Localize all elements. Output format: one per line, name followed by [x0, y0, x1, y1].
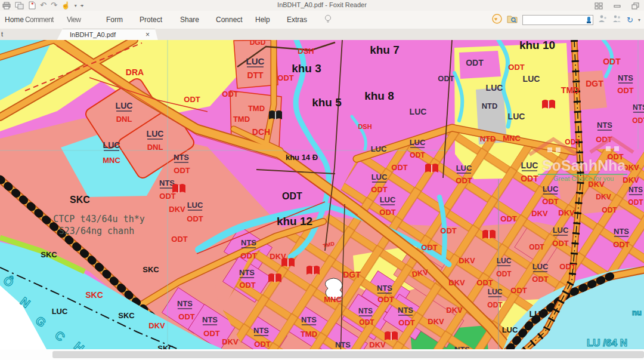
map-label: LUC [103, 140, 120, 150]
map-label: khu 8 [364, 90, 394, 102]
scrollbar-thumb[interactable] [52, 351, 644, 358]
map-label: LUC [523, 74, 540, 84]
pdf-page-view[interactable]: DGDDSHkhu 7khu 10LUCDTTkhu 3ODTODTODTDRA… [0, 40, 644, 350]
book-marker-black [269, 110, 282, 119]
map-label: ODT [542, 197, 559, 206]
map-label: ODT [476, 278, 493, 287]
zoning-map-canvas[interactable]: DGDDSHkhu 7khu 10LUCDTTkhu 3ODTODTODTDRA… [0, 40, 644, 350]
lightbulb-icon[interactable] [324, 14, 332, 26]
map-label: ODT [371, 185, 388, 194]
map-label: TMD [233, 115, 250, 124]
map-label: DSH [358, 123, 371, 130]
map-label: ODT [466, 58, 484, 67]
map-label: ODT [529, 243, 544, 251]
map-label: ODT [603, 57, 621, 66]
map-label: ODT [532, 275, 549, 284]
map-label: NTS [239, 268, 255, 277]
tab-partial-left[interactable]: t [1, 30, 3, 38]
map-label: DKV [446, 306, 463, 315]
map-label: NTS [614, 227, 629, 236]
tab-close-icon[interactable]: × [145, 30, 150, 39]
menu-help[interactable]: Help [255, 16, 270, 24]
menu-extras[interactable]: Extras [287, 16, 307, 24]
search-input[interactable] [522, 15, 593, 25]
map-label: ODT [487, 301, 503, 309]
people-icon-2[interactable] [612, 14, 622, 25]
map-label: TMD [248, 104, 265, 113]
map-label: NTS [597, 121, 612, 130]
map-label: ODT [398, 318, 415, 327]
toolbar-right: ♥ ↻ ▾ [492, 13, 640, 27]
dropdown-caret-icon[interactable]: ▾ [638, 17, 640, 23]
ribbon-menu: Home Comment View Form Protect Share Con… [0, 11, 644, 29]
title-bar: ✶ ↶ ↷ ☝ ▾ ▾̶ InBDHT_A0.pdf - Foxit Reade… [0, 0, 644, 11]
map-label: DTT [247, 70, 264, 80]
map-label: LUC [187, 201, 203, 210]
map-label: DGD [250, 40, 266, 47]
people-icon[interactable] [598, 14, 608, 25]
document-tab-bar: t InBDHT_A0.pdf × [0, 29, 644, 41]
menu-form[interactable]: Form [106, 16, 123, 24]
map-label: MNC [324, 295, 342, 304]
map-label: ODT [438, 74, 454, 83]
map-label: ODT [440, 226, 457, 235]
map-label: ODT [159, 192, 176, 201]
map-label: DNL [147, 143, 163, 152]
map-label: MNC [103, 156, 120, 165]
map-label: ODT [521, 174, 538, 183]
map-label: DKV [448, 278, 465, 287]
map-label: ODT [174, 166, 190, 175]
map-label: LUC [371, 173, 388, 181]
map-label: NTS [633, 103, 644, 112]
map-label: NTS [301, 315, 317, 324]
map-label: LUC [497, 257, 512, 265]
map-label: CTCP t43/64u th*y [53, 214, 145, 224]
map-label: ODT [187, 214, 203, 223]
map-label: LUC [543, 184, 559, 193]
map-label: LUC [456, 164, 472, 173]
map-label: LUC [521, 161, 538, 170]
menu-comment[interactable]: Comment [25, 16, 54, 24]
map-label: ODT [496, 270, 512, 278]
map-label: LUC [380, 195, 396, 204]
map-label: NTS [202, 315, 218, 324]
map-label: ODT [628, 198, 643, 207]
map-label: DKV [588, 180, 605, 189]
menu-share[interactable]: Share [180, 16, 199, 24]
map-label: NTS [177, 299, 193, 308]
menu-connect[interactable]: Connect [216, 16, 243, 24]
marker-icon[interactable] [586, 16, 592, 26]
map-label: LUC [486, 83, 503, 93]
map-label: ODT [377, 295, 394, 304]
map-label: khu 12 [277, 215, 312, 227]
sync-icon[interactable]: ↻ [627, 16, 633, 24]
map-label: DKV [169, 205, 185, 214]
map-label: DSH [298, 47, 314, 56]
map-label: NTS [335, 340, 351, 349]
map-label: NTS [241, 238, 256, 247]
map-label: SKC [143, 265, 159, 274]
tab-active[interactable]: InBDHT_A0.pdf × [57, 29, 158, 41]
map-label: ODT [171, 235, 188, 244]
map-label: khu 10 [519, 40, 555, 51]
book-marker-red [385, 331, 398, 340]
map-label: DGT [343, 270, 361, 279]
search-folder-icon[interactable] [507, 14, 518, 26]
menu-protect[interactable]: Protect [140, 16, 162, 24]
favorites-heart-icon[interactable]: ♥ [492, 14, 502, 26]
menu-view[interactable]: View [67, 16, 80, 24]
map-label: DKV [531, 209, 548, 218]
book-marker-red [542, 100, 555, 109]
map-label: ODT [254, 340, 271, 349]
map-label: DKV [148, 321, 165, 330]
map-label: LUC [410, 107, 427, 116]
map-label: ODT [500, 214, 517, 223]
map-label: LUC [246, 56, 265, 66]
menu-home[interactable]: Home [5, 16, 24, 24]
map-label: LUC [116, 101, 133, 110]
map-label: LUC [553, 226, 569, 235]
svg-text:♥: ♥ [494, 16, 497, 22]
map-label: ODT [565, 138, 580, 146]
window-title: InBDHT_A0.pdf - Foxit Reader [0, 1, 644, 8]
map-label: ODT [456, 176, 472, 185]
